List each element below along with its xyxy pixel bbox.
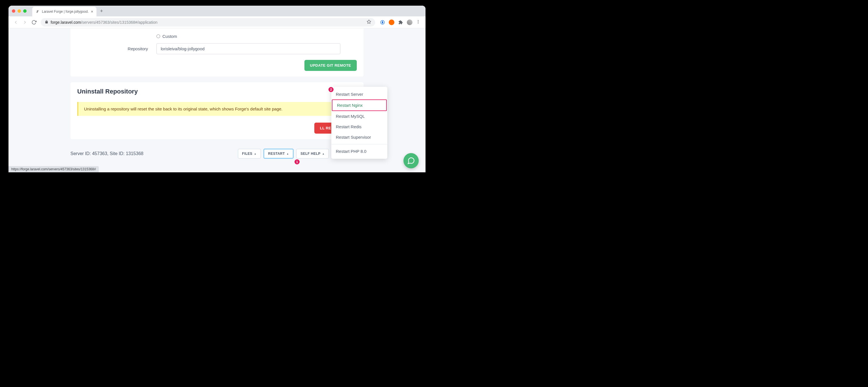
custom-radio[interactable]: [156, 34, 160, 38]
uninstall-card: Uninstall Repository Uninstalling a repo…: [70, 82, 364, 139]
svg-point-3: [418, 21, 419, 22]
status-bar-url: https://forge.laravel.com/servers/457363…: [8, 166, 99, 172]
browser-tab-bar: F Laravel Forge | forge.jollygood. × +: [8, 6, 426, 16]
restart-button-label: RESTART: [268, 152, 285, 156]
extension-icon[interactable]: [380, 20, 385, 25]
repository-label: Repository: [77, 46, 156, 51]
browser-window: F Laravel Forge | forge.jollygood. × + f…: [8, 6, 426, 172]
help-chat-button[interactable]: [403, 153, 419, 168]
url-host: forge.laravel.com: [51, 20, 81, 25]
update-git-remote-button[interactable]: UPDATE GIT REMOTE: [304, 60, 357, 71]
profile-avatar[interactable]: [407, 20, 412, 25]
uninstall-heading: Uninstall Repository: [77, 88, 357, 95]
browser-extensions: [377, 20, 423, 25]
restart-server-item[interactable]: Restart Server: [331, 89, 387, 99]
git-remote-card: Custom Repository UPDATE GIT REMOTE: [70, 28, 364, 76]
caret-up-icon: ▲: [254, 152, 256, 155]
restart-dropdown-menu: Restart Server Restart Nginx Restart MyS…: [331, 87, 387, 159]
url-path: /servers/457363/sites/1315368#/applicati…: [81, 20, 157, 25]
restart-button[interactable]: RESTART ▲: [264, 149, 294, 159]
browser-tab[interactable]: F Laravel Forge | forge.jollygood. ×: [32, 7, 96, 16]
svg-point-4: [418, 23, 419, 24]
address-bar[interactable]: forge.laravel.com/servers/457363/sites/1…: [41, 18, 375, 27]
close-tab-icon[interactable]: ×: [91, 9, 93, 14]
back-button[interactable]: [11, 18, 20, 27]
reload-button[interactable]: [29, 18, 38, 27]
chat-icon: [407, 157, 415, 165]
page-content: Custom Repository UPDATE GIT REMOTE Unin…: [8, 28, 426, 172]
svg-marker-0: [367, 20, 371, 24]
self-help-button[interactable]: SELF HELP ▲: [296, 149, 329, 159]
restart-redis-item[interactable]: Restart Redis: [331, 121, 387, 132]
browser-menu-icon[interactable]: [416, 20, 421, 25]
files-button-label: FILES: [242, 152, 253, 156]
restart-php-item[interactable]: Restart PHP 8.0: [331, 146, 387, 156]
extensions-menu-icon[interactable]: [398, 20, 403, 25]
svg-point-2: [418, 20, 419, 21]
caret-up-icon: ▲: [287, 152, 289, 155]
forward-button[interactable]: [20, 18, 29, 27]
lock-icon: [45, 20, 49, 25]
annotation-badge-2: 2: [329, 87, 334, 92]
bookmark-star-icon[interactable]: [367, 20, 371, 25]
server-site-ids: Server ID: 457363, Site ID: 1315368: [70, 151, 144, 156]
tab-title: Laravel Forge | forge.jollygood.: [42, 10, 89, 13]
repository-input[interactable]: [156, 43, 340, 54]
caret-up-icon: ▲: [322, 152, 324, 155]
window-controls: [12, 9, 27, 13]
restart-nginx-item[interactable]: Restart Nginx: [332, 99, 387, 111]
browser-toolbar: forge.laravel.com/servers/457363/sites/1…: [8, 16, 426, 28]
restart-mysql-item[interactable]: Restart MySQL: [331, 111, 387, 121]
restart-supervisor-item[interactable]: Restart Supervisor: [331, 132, 387, 142]
footer-bar: Server ID: 457363, Site ID: 1315368 FILE…: [70, 145, 364, 163]
self-help-button-label: SELF HELP: [301, 152, 320, 156]
custom-label: Custom: [162, 34, 177, 39]
maximize-window-button[interactable]: [23, 9, 27, 13]
minimize-window-button[interactable]: [18, 9, 21, 13]
uninstall-warning-banner: Uninstalling a repository will reset the…: [77, 102, 357, 116]
new-tab-button[interactable]: +: [96, 6, 106, 16]
dropdown-divider: [331, 144, 387, 144]
close-window-button[interactable]: [12, 9, 15, 13]
files-button[interactable]: FILES ▲: [238, 149, 261, 159]
forge-favicon-icon: F: [36, 10, 40, 13]
extension-icon[interactable]: [389, 20, 394, 25]
annotation-badge-1: 1: [294, 159, 300, 165]
